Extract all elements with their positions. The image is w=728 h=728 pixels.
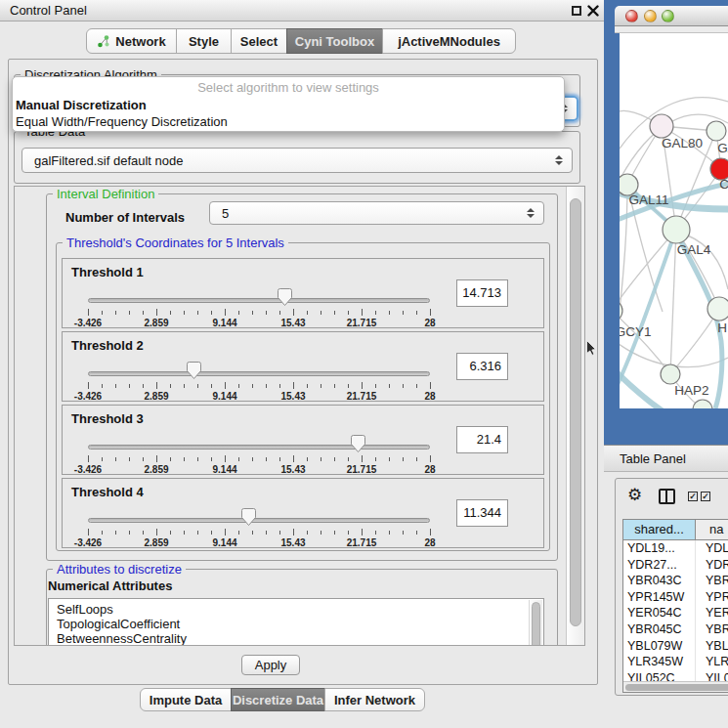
dropdown-option-manual-discretization[interactable]: Manual Discretization bbox=[16, 98, 147, 112]
network-node[interactable] bbox=[707, 121, 726, 141]
threshold-value-field[interactable]: 21.4 bbox=[456, 426, 508, 453]
threshold-slider-thumb[interactable] bbox=[241, 508, 256, 526]
threshold-slider-track[interactable] bbox=[88, 298, 430, 303]
attribute-list-item[interactable]: SelfLoops bbox=[49, 602, 543, 617]
table-horizontal-scrollbar[interactable] bbox=[623, 681, 728, 692]
tick-label: 2.859 bbox=[144, 537, 168, 548]
number-of-intervals-combobox[interactable]: 5 bbox=[209, 201, 544, 225]
table-row[interactable]: YBR043CYBR0 bbox=[623, 573, 728, 589]
tick-mark bbox=[252, 384, 253, 388]
numerical-attributes-list[interactable]: SelfLoopsTopologicalCoefficientBetweenne… bbox=[48, 598, 544, 645]
column-view-icon[interactable] bbox=[659, 489, 675, 504]
threshold-slider-track[interactable] bbox=[88, 371, 430, 376]
list-scrollbar[interactable] bbox=[529, 600, 542, 645]
tick-mark bbox=[279, 384, 280, 388]
tab-cyni-toolbox[interactable]: Cyni Toolbox bbox=[286, 28, 383, 54]
threshold-slider-track[interactable] bbox=[88, 445, 430, 450]
close-icon[interactable] bbox=[587, 5, 599, 17]
column-header-name[interactable]: na bbox=[696, 520, 728, 540]
table-row[interactable]: YPR145WYPR1 bbox=[623, 589, 728, 606]
dropdown-option-equal-width-frequency[interactable]: Equal Width/Frequency Discretization bbox=[16, 114, 228, 129]
tick-mark bbox=[307, 384, 308, 388]
tick-mark bbox=[143, 384, 144, 388]
tick-mark bbox=[197, 457, 198, 461]
tick-mark bbox=[293, 382, 294, 389]
table-row[interactable]: YLR345WYLR3 bbox=[623, 654, 728, 670]
table-row[interactable]: YBL079WYBL0 bbox=[623, 638, 728, 655]
tab-style[interactable]: Style bbox=[176, 28, 232, 54]
table-row[interactable]: YBR045CYBR0 bbox=[623, 621, 728, 638]
tick-mark bbox=[279, 457, 280, 461]
tick-mark bbox=[416, 384, 417, 388]
tick-mark bbox=[307, 457, 308, 461]
threshold-value-field[interactable]: 11.344 bbox=[456, 499, 508, 527]
tick-mark bbox=[170, 384, 171, 388]
tick-label: 28 bbox=[424, 537, 435, 548]
network-canvas-svg: GAL80GACGAL11GAL4GCY1HHAP2 bbox=[620, 33, 728, 408]
threshold-slider-thumb[interactable] bbox=[278, 288, 292, 306]
cell-name: YDL1 bbox=[696, 540, 728, 557]
table-row[interactable]: YDL19...YDL1 bbox=[623, 540, 728, 557]
column-header-shared-name[interactable]: shared... bbox=[623, 520, 696, 540]
network-edge-thick[interactable] bbox=[620, 367, 664, 408]
threshold-slider-thumb[interactable] bbox=[351, 435, 365, 452]
dropdown-placeholder-option[interactable]: Select algorithm to view settings bbox=[13, 80, 564, 95]
tab-network[interactable]: Network bbox=[86, 28, 177, 54]
tab-discretize-data[interactable]: Discretize Data bbox=[231, 688, 325, 711]
network-edge[interactable] bbox=[670, 230, 676, 374]
settings-scrollbar-thumb[interactable] bbox=[570, 198, 581, 626]
tick-label: 9.144 bbox=[212, 537, 236, 548]
tick-mark bbox=[184, 384, 185, 388]
tick-mark bbox=[129, 531, 130, 535]
tab-select[interactable]: Select bbox=[231, 28, 287, 54]
tick-mark bbox=[403, 457, 404, 461]
tick-mark bbox=[170, 531, 171, 535]
threshold-slider-thumb[interactable] bbox=[187, 362, 201, 379]
tick-mark bbox=[156, 382, 157, 389]
checkbox-icon[interactable]: ✓ bbox=[701, 492, 710, 501]
threshold-slider-track[interactable] bbox=[88, 518, 430, 523]
tick-mark bbox=[115, 311, 116, 315]
tick-mark bbox=[184, 457, 185, 461]
tab-impute-data[interactable]: Impute Data bbox=[140, 688, 232, 711]
checkbox-icon[interactable]: ✓ bbox=[688, 492, 698, 501]
network-node[interactable] bbox=[693, 400, 712, 408]
tick-mark bbox=[403, 384, 404, 388]
tick-mark bbox=[197, 384, 198, 388]
minimize-traffic-light[interactable] bbox=[644, 10, 657, 22]
network-node[interactable] bbox=[661, 364, 680, 384]
network-canvas[interactable]: GAL80GACGAL11GAL4GCY1HHAP2 bbox=[620, 33, 728, 408]
tick-mark bbox=[88, 309, 89, 316]
attribute-list-item[interactable]: BetweennessCentrality bbox=[49, 631, 543, 645]
tab-jactivemnodules[interactable]: jActiveMNodules bbox=[382, 28, 516, 54]
gear-icon[interactable]: ⚙ bbox=[627, 485, 642, 505]
settings-scrollbar[interactable] bbox=[566, 187, 584, 645]
table-data-combobox[interactable]: galFiltered.sif default node bbox=[21, 148, 573, 173]
zoom-traffic-light[interactable] bbox=[662, 10, 674, 22]
threshold-value-field[interactable]: 14.713 bbox=[456, 279, 508, 307]
network-node[interactable] bbox=[650, 114, 673, 138]
close-traffic-light[interactable] bbox=[625, 10, 638, 22]
network-edge[interactable] bbox=[620, 230, 676, 311]
threshold-value-field[interactable]: 6.316 bbox=[456, 353, 508, 380]
tick-mark bbox=[307, 531, 308, 535]
attribute-list-item[interactable]: TopologicalCoefficient bbox=[49, 617, 543, 631]
tab-infer-network[interactable]: Infer Network bbox=[324, 688, 425, 711]
tick-label: 28 bbox=[424, 318, 435, 328]
list-scrollbar-thumb[interactable] bbox=[532, 602, 540, 645]
network-node[interactable] bbox=[663, 216, 690, 243]
apply-button[interactable]: Apply bbox=[241, 655, 300, 675]
network-window-titlebar[interactable] bbox=[615, 6, 728, 26]
float-window-icon[interactable] bbox=[572, 6, 581, 16]
network-node[interactable] bbox=[620, 300, 622, 321]
tick-label: 15.43 bbox=[280, 537, 305, 548]
table-row[interactable]: YDR27...YDR2 bbox=[623, 557, 728, 574]
cell-name: YBL0 bbox=[696, 638, 728, 655]
node-table-body: YDL19...YDL1YDR27...YDR2YBR043CYBR0YPR14… bbox=[623, 540, 728, 686]
tick-mark bbox=[416, 311, 417, 315]
network-node[interactable] bbox=[707, 297, 728, 321]
table-horizontal-scrollbar-thumb[interactable] bbox=[625, 684, 728, 691]
table-row[interactable]: YER054CYER0 bbox=[623, 605, 728, 621]
tab-style-label: Style bbox=[189, 34, 219, 49]
network-node-label: GA bbox=[717, 141, 728, 155]
